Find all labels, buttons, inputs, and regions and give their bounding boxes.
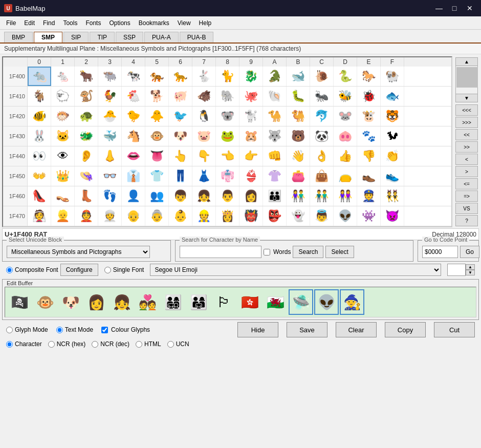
menu-item-edit[interactable]: Edit [20,18,39,28]
grid-cell[interactable]: 👼 [310,206,334,226]
menu-item-view[interactable]: View [173,18,195,28]
grid-cell[interactable]: 👜 [310,166,334,186]
nav-button-VS[interactable]: VS [455,203,478,214]
grid-cell[interactable]: 👒 [75,166,98,186]
grid-cell[interactable]: 🐂 [75,67,98,86]
character-radio[interactable] [6,341,13,348]
buffer-char[interactable]: 👨‍👩‍👧‍👦 [161,289,185,315]
hide-button[interactable]: Hide [237,322,278,337]
buffer-char[interactable]: 🐵 [33,289,57,315]
buffer-char[interactable]: 💑 [135,289,160,315]
grid-cell[interactable]: 👫 [287,186,310,206]
grid-cell[interactable]: 👦 [169,186,192,206]
grid-cell[interactable]: 👹 [239,206,263,226]
grid-cell[interactable]: 👱 [51,206,75,226]
glyph-mode-radio[interactable] [6,327,13,333]
buffer-char[interactable]: 🧙 [340,289,364,315]
tab-pua-a[interactable]: PUA-A [144,32,179,42]
font-select[interactable]: Segoe UI Emoji [150,264,441,276]
grid-cell[interactable]: 🐓 [98,87,122,106]
buffer-char[interactable]: 👩 [84,289,108,315]
grid-cell[interactable]: 👟 [381,166,404,186]
grid-cell[interactable]: 🐊 [263,67,287,86]
grid-cell[interactable]: 👏 [381,146,404,166]
grid-cell[interactable]: 🐳 [98,126,122,146]
grid-cell[interactable]: 🐡 [51,106,75,126]
menu-item-bookmarks[interactable]: Bookmarks [135,18,173,28]
buffer-char[interactable]: 🏴‍☠️ [7,289,32,315]
grid-cell[interactable]: 👀 [28,146,51,166]
grid-cell[interactable]: 🐿 [381,126,404,146]
grid-cell[interactable]: 👇 [192,146,216,166]
grid-cell[interactable]: 🐷 [192,126,216,146]
nav-button-?[interactable]: ? [455,215,478,226]
nav-button-vv[interactable]: => [455,190,478,202]
grid-cell[interactable]: 👓 [98,166,122,186]
grid-cell[interactable]: 🐺 [263,126,287,146]
grid-cell[interactable]: 🐃 [98,67,122,86]
grid-cell[interactable]: 🐅 [145,67,169,86]
text-mode-radio[interactable] [56,327,63,333]
ucn-radio[interactable] [167,341,174,348]
scroll-up-button[interactable]: ▲ [456,58,477,66]
grid-cell[interactable]: 🐬 [310,106,334,126]
grid-cell[interactable]: 🐕 [145,87,169,106]
unicode-block-select[interactable]: Miscellaneous Symbols and PictographsEmo… [7,246,150,258]
scroll-down-button[interactable]: ▼ [456,94,477,102]
tab-smp[interactable]: SMP [34,32,62,42]
grid-cell[interactable]: 👶 [169,206,192,226]
menu-item-tools[interactable]: Tools [59,18,81,28]
grid-cell[interactable]: 🐻 [287,126,310,146]
grid-cell[interactable]: 👉 [239,146,263,166]
buffer-char[interactable]: 🛸 [289,289,313,315]
cut-button[interactable]: Cut [434,322,475,337]
words-checkbox[interactable] [264,249,270,255]
grid-cell[interactable]: 👛 [287,166,310,186]
ncr-dec-radio[interactable] [92,341,98,348]
nav-button-vvv[interactable]: >>> [455,117,478,128]
search-input[interactable] [180,246,261,258]
maximize-button[interactable]: □ [447,3,462,13]
spin-down-button[interactable]: ▼ [466,270,475,275]
grid-cell[interactable]: 🐍 [334,67,357,86]
grid-cell[interactable]: 👰 [28,206,51,226]
grid-cell[interactable]: 🐩 [239,106,263,126]
grid-cell[interactable]: 🐘 [216,87,239,106]
nav-button-vv[interactable]: << [455,129,478,140]
grid-cell[interactable]: 👥 [145,186,169,206]
grid-cell[interactable]: 👣 [98,186,122,206]
grid-cell[interactable]: 🐆 [169,67,192,86]
grid-cell[interactable]: 🐗 [192,87,216,106]
grid-cell[interactable]: 👳 [98,206,122,226]
grid-cell[interactable]: 👡 [51,186,75,206]
scrollbar-thumb[interactable] [456,67,478,88]
grid-cell[interactable]: 🐶 [169,126,192,146]
grid-cell[interactable]: 🐠 [28,106,51,126]
grid-cell[interactable]: 🐦 [169,106,192,126]
grid-cell[interactable]: 🐄 [122,67,145,86]
menu-item-find[interactable]: Find [39,18,59,28]
grid-cell[interactable]: 🐫 [287,106,310,126]
grid-cell[interactable]: 👌 [310,146,334,166]
copy-button[interactable]: Copy [385,322,426,337]
grid-cell[interactable]: 🐟 [381,87,404,106]
grid-cell[interactable]: 🐯 [381,106,404,126]
grid-cell[interactable]: 👮 [357,186,381,206]
grid-cell[interactable]: 👃 [98,146,122,166]
grid-cell[interactable]: 🐇 [192,67,216,86]
grid-cell[interactable]: 👪 [263,186,287,206]
grid-cell[interactable]: 👗 [192,166,216,186]
grid-cell[interactable]: 👍 [334,146,357,166]
grid-cell[interactable]: 🐴 [122,126,145,146]
single-font-radio[interactable] [104,267,111,273]
configure-button[interactable]: Configure [60,264,98,276]
grid-cell[interactable]: 🐛 [287,87,310,106]
grid-cell[interactable]: 👂 [75,146,98,166]
grid-cell[interactable]: 👲 [75,206,98,226]
tab-sip[interactable]: SIP [63,32,89,42]
grid-cell[interactable]: 🐖 [169,87,192,106]
select-button[interactable]: Select [325,246,354,258]
buffer-char[interactable]: 👧 [110,289,134,315]
nav-button-vv[interactable]: <= [455,178,478,189]
grid-cell[interactable]: 🐔 [122,87,145,106]
